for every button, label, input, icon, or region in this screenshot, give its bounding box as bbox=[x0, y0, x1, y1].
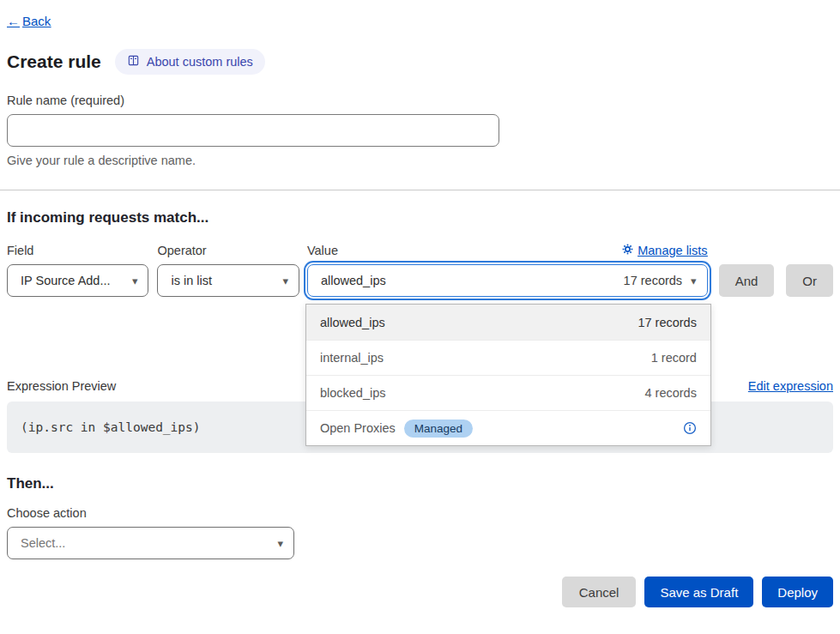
edit-expression-link[interactable]: Edit expression bbox=[748, 379, 833, 393]
choose-action-label: Choose action bbox=[7, 506, 833, 520]
book-icon bbox=[127, 54, 140, 69]
action-select[interactable]: Select... ▾ bbox=[7, 527, 294, 559]
save-as-draft-button[interactable]: Save as Draft bbox=[644, 577, 753, 607]
choose-action-block: Choose action Select... ▾ bbox=[7, 506, 833, 559]
value-dropdown-menu: allowed_ips 17 records internal_ips 1 re… bbox=[305, 304, 711, 446]
value-column: Value bbox=[307, 244, 708, 297]
match-section-heading: If incoming requests match... bbox=[7, 209, 833, 226]
info-icon[interactable] bbox=[683, 421, 697, 435]
field-column: Field IP Source Add... ▾ bbox=[7, 244, 148, 297]
dropdown-item-allowed-ips[interactable]: allowed_ips 17 records bbox=[306, 305, 710, 340]
rule-name-input[interactable] bbox=[7, 114, 499, 147]
value-select[interactable]: allowed_ips 17 records ▾ bbox=[307, 264, 708, 297]
operator-select[interactable]: is in list ▾ bbox=[157, 264, 299, 297]
dropdown-item-blocked-ips[interactable]: blocked_ips 4 records bbox=[306, 375, 710, 410]
operator-select-value: is in list bbox=[171, 274, 212, 287]
field-select[interactable]: IP Source Add... ▾ bbox=[7, 264, 148, 297]
list-item-name: Open Proxies bbox=[320, 421, 396, 435]
or-button[interactable]: Or bbox=[786, 264, 833, 297]
value-select-right: 17 records ▾ bbox=[624, 274, 697, 287]
back-link[interactable]: ←Back bbox=[7, 14, 51, 28]
create-rule-page: ←Back Create rule About custom rules Rul… bbox=[0, 0, 840, 607]
field-select-value: IP Source Add... bbox=[21, 274, 111, 287]
back-arrow-icon: ← bbox=[7, 14, 20, 28]
then-heading: Then... bbox=[7, 475, 833, 492]
chevron-down-icon: ▾ bbox=[691, 275, 697, 287]
then-section: Then... Choose action Select... ▾ bbox=[7, 475, 833, 559]
back-row: ←Back bbox=[7, 14, 833, 28]
operator-column: Operator is in list ▾ bbox=[157, 244, 299, 297]
footer-actions: Cancel Save as Draft Deploy bbox=[7, 577, 833, 607]
expression-preview-label: Expression Preview bbox=[7, 379, 116, 393]
list-item-name-wrap: Open Proxies Managed bbox=[320, 420, 473, 438]
value-select-value: allowed_ips bbox=[321, 274, 386, 287]
rule-name-helper: Give your rule a descriptive name. bbox=[7, 154, 833, 167]
section-divider bbox=[0, 190, 840, 190]
action-select-placeholder: Select... bbox=[21, 536, 65, 550]
about-custom-rules-label: About custom rules bbox=[147, 55, 253, 69]
page-title: Create rule bbox=[7, 51, 101, 72]
expression-code: (ip.src in $allowed_ips) bbox=[21, 420, 201, 434]
cancel-button[interactable]: Cancel bbox=[562, 577, 637, 607]
chevron-down-icon: ▾ bbox=[132, 275, 138, 287]
manage-lists-link[interactable]: Manage lists bbox=[622, 244, 707, 257]
value-label: Value bbox=[307, 244, 338, 257]
and-or-buttons: And Or bbox=[719, 264, 833, 297]
managed-badge: Managed bbox=[404, 420, 473, 438]
gear-icon bbox=[622, 244, 633, 257]
rule-name-label: Rule name (required) bbox=[7, 94, 833, 107]
dropdown-item-open-proxies[interactable]: Open Proxies Managed bbox=[306, 410, 710, 445]
field-label: Field bbox=[7, 244, 148, 257]
list-item-meta: 1 record bbox=[651, 351, 697, 365]
list-item-meta: 17 records bbox=[638, 316, 697, 329]
manage-lists-label: Manage lists bbox=[638, 244, 707, 257]
and-button[interactable]: And bbox=[719, 264, 775, 297]
list-item-name: blocked_ips bbox=[320, 386, 386, 400]
back-label: Back bbox=[22, 14, 51, 28]
rule-name-block: Rule name (required) Give your rule a de… bbox=[7, 94, 833, 167]
about-custom-rules-link[interactable]: About custom rules bbox=[115, 49, 265, 75]
match-controls-row: Field IP Source Add... ▾ Operator is in … bbox=[7, 244, 833, 297]
operator-label: Operator bbox=[157, 244, 299, 257]
list-item-name: allowed_ips bbox=[320, 316, 385, 329]
title-row: Create rule About custom rules bbox=[7, 49, 833, 75]
chevron-down-icon: ▾ bbox=[277, 537, 283, 550]
list-item-meta: 4 records bbox=[644, 386, 696, 400]
value-label-row: Value bbox=[307, 244, 708, 257]
dropdown-item-internal-ips[interactable]: internal_ips 1 record bbox=[306, 340, 710, 375]
list-item-name: internal_ips bbox=[320, 351, 384, 365]
value-select-meta: 17 records bbox=[624, 274, 683, 287]
chevron-down-icon: ▾ bbox=[282, 275, 288, 287]
deploy-button[interactable]: Deploy bbox=[762, 577, 833, 607]
